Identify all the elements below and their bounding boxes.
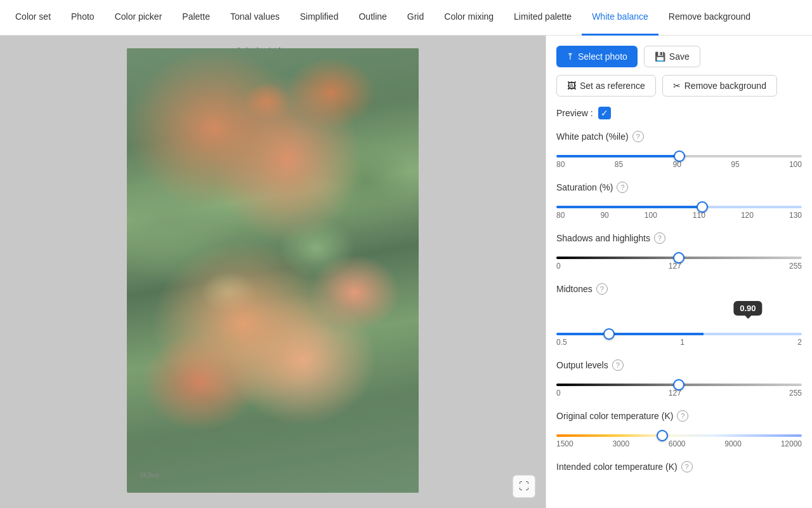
- save-icon: 💾: [655, 51, 665, 62]
- select-photo-button[interactable]: ⤒ Select photo: [556, 46, 638, 67]
- intended-color-temp-section: Intended color temperature (K) ?: [556, 461, 802, 472]
- preview-label: Preview :: [556, 108, 593, 118]
- signature: JKhot: [140, 470, 159, 480]
- midtones-help-icon[interactable]: ?: [596, 283, 608, 295]
- fullscreen-icon: ⛶: [519, 481, 529, 492]
- select-photo-label: Select photo: [578, 51, 627, 62]
- right-panel: ⤒ Select photo 💾 Save 🖼 Set as reference…: [546, 36, 812, 508]
- white-patch-slider-wrapper: [556, 149, 802, 160]
- shadows-help-icon[interactable]: ?: [654, 232, 665, 244]
- save-label: Save: [669, 51, 690, 62]
- original-temp-help-icon[interactable]: ?: [677, 410, 688, 422]
- nav-item-limited-palette[interactable]: Limited palette: [504, 0, 582, 36]
- nav-item-photo[interactable]: Photo: [61, 0, 105, 36]
- set-as-reference-button[interactable]: 🖼 Set as reference: [556, 75, 656, 97]
- button-row-2: 🖼 Set as reference ✂ Remove background: [556, 75, 802, 97]
- preview-checkbox[interactable]: ✓: [598, 107, 611, 119]
- button-row-1: ⤒ Select photo 💾 Save: [556, 46, 802, 67]
- intended-temp-help-icon[interactable]: ?: [681, 461, 693, 472]
- output-levels-section: Output levels ? 0 127 255: [556, 359, 802, 398]
- saturation-slider-wrapper: [556, 199, 802, 211]
- output-slider-wrapper: [556, 377, 802, 389]
- saturation-slider[interactable]: [556, 206, 802, 208]
- scissors-icon: ✂: [673, 81, 681, 91]
- save-button[interactable]: 💾 Save: [644, 46, 700, 67]
- nav-item-palette[interactable]: Palette: [172, 0, 220, 36]
- nav-item-white-balance[interactable]: White balance: [582, 0, 658, 36]
- checkmark-icon: ✓: [601, 108, 608, 118]
- midtones-tooltip: 0.90: [733, 301, 762, 316]
- painting-overlay: [127, 48, 419, 493]
- midtones-section: Midtones ? 0.90 0.5 1 2: [556, 283, 802, 347]
- midtones-slider-wrapper: 0.90: [556, 301, 802, 338]
- original-color-temp-slider[interactable]: [556, 434, 802, 437]
- shadows-highlights-label: Shadows and highlights ?: [556, 232, 802, 244]
- output-levels-label: Output levels ?: [556, 359, 802, 371]
- nav-item-simplified[interactable]: Simplified: [290, 0, 349, 36]
- white-patch-label: White patch (%ile) ?: [556, 131, 802, 142]
- midtones-slider[interactable]: [556, 333, 802, 335]
- saturation-help-icon[interactable]: ?: [617, 182, 628, 193]
- original-color-temp-label: Original color temperature (K) ?: [556, 410, 802, 422]
- fullscreen-button[interactable]: ⛶: [513, 475, 535, 498]
- white-patch-section: White patch (%ile) ? 80 85 90 95 100: [556, 131, 802, 169]
- reference-icon: 🖼: [567, 81, 576, 91]
- nav-item-color-mixing[interactable]: Color mixing: [434, 0, 504, 36]
- white-patch-help-icon[interactable]: ?: [632, 131, 644, 142]
- remove-background-button[interactable]: ✂ Remove background: [662, 75, 777, 97]
- white-patch-slider[interactable]: [556, 155, 802, 157]
- nav-item-tonal-values[interactable]: Tonal values: [220, 0, 290, 36]
- shadows-slider-wrapper: [556, 250, 802, 262]
- set-as-reference-label: Set as reference: [580, 81, 645, 91]
- saturation-label: Saturation (%) ?: [556, 182, 802, 193]
- saturation-section: Saturation (%) ? 80 90 100 110 120 130: [556, 182, 802, 220]
- painting-canvas: JKhot: [127, 48, 419, 493]
- nav-bar: Color setPhotoColor pickerPaletteTonal v…: [0, 0, 812, 36]
- preview-row: Preview : ✓: [556, 107, 802, 119]
- main-layout: ArtistAssistApp.com JKhot ⛶ ⤒ Select pho…: [0, 36, 812, 508]
- nav-item-outline[interactable]: Outline: [348, 0, 396, 36]
- nav-item-grid[interactable]: Grid: [397, 0, 434, 36]
- original-color-temp-section: Original color temperature (K) ? 1500 30…: [556, 410, 802, 448]
- remove-background-label: Remove background: [684, 81, 766, 91]
- midtones-label: Midtones ?: [556, 283, 802, 295]
- upload-icon: ⤒: [566, 51, 574, 62]
- output-slider[interactable]: [556, 384, 802, 386]
- shadows-highlights-section: Shadows and highlights ? 0 127 255: [556, 232, 802, 271]
- original-temp-slider-wrapper: [556, 428, 802, 439]
- intended-color-temp-label: Intended color temperature (K) ?: [556, 461, 802, 472]
- canvas-area: ArtistAssistApp.com JKhot ⛶: [0, 36, 546, 508]
- output-help-icon[interactable]: ?: [612, 359, 624, 371]
- nav-item-color-picker[interactable]: Color picker: [105, 0, 173, 36]
- nav-item-remove-background[interactable]: Remove background: [658, 0, 761, 36]
- shadows-slider[interactable]: [556, 257, 802, 259]
- nav-item-color-set[interactable]: Color set: [5, 0, 61, 36]
